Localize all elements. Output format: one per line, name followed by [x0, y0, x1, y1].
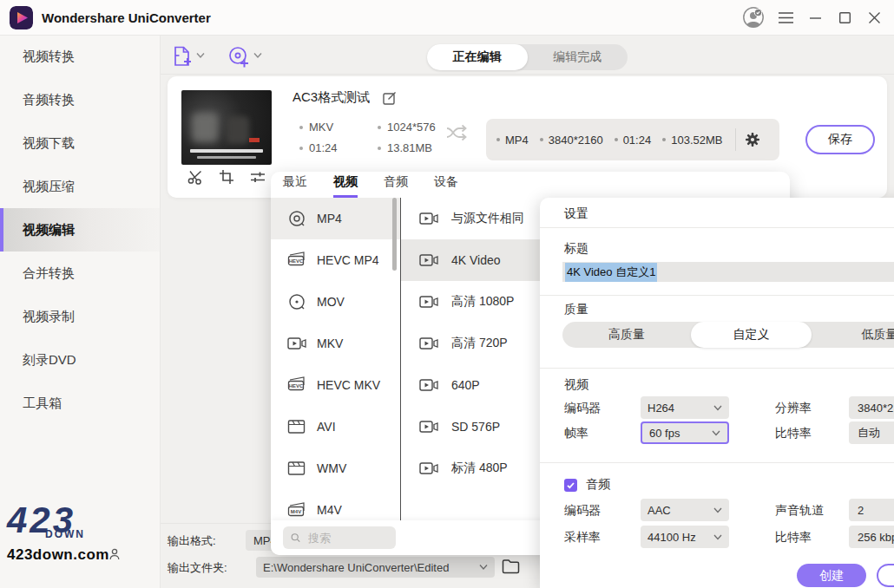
audio-enabled-checkbox[interactable] — [564, 479, 577, 492]
crop-icon[interactable] — [218, 168, 235, 186]
video-camera-icon — [418, 375, 439, 395]
output-folder-label: 输出文件夹: — [168, 560, 227, 576]
video-camera-icon — [418, 333, 439, 354]
video-camera-icon — [286, 333, 307, 354]
create-button[interactable]: 创建 — [797, 564, 866, 587]
save-button[interactable]: 保存 — [805, 125, 875, 154]
tab-video[interactable]: 视频 — [333, 174, 358, 198]
framerate-label: 帧率 — [564, 426, 588, 441]
format-item-m4v[interactable]: M4V M4V — [271, 489, 400, 520]
audio-channel-value: 2 — [858, 504, 864, 517]
browse-folder-button[interactable] — [502, 559, 520, 574]
audio-section-header: 音频 — [586, 477, 610, 493]
format-label: MOV — [317, 295, 345, 309]
tab-recent[interactable]: 最近 — [283, 174, 307, 198]
titlebar: Wondershare UniConverter — [0, 0, 894, 36]
video-bitrate-value: 自动 — [858, 425, 880, 441]
m4v-badge-icon: M4V — [286, 500, 307, 520]
output-format: MP4 — [505, 134, 529, 147]
tab-device[interactable]: 设备 — [434, 174, 458, 198]
maximize-button[interactable] — [830, 0, 859, 35]
divider — [540, 368, 894, 369]
minimize-icon — [810, 12, 821, 23]
add-dvd-icon — [227, 45, 250, 68]
adjust-effects-icon[interactable] — [249, 168, 266, 186]
resolution-field[interactable]: 3840*2160 — [849, 396, 894, 419]
output-settings-gear-icon[interactable] — [745, 132, 760, 147]
audio-bitrate-label: 比特率 — [775, 530, 812, 546]
account-avatar-button[interactable] — [736, 0, 771, 35]
app-window: Wondershare UniConverter — [0, 0, 894, 588]
quality-option-low[interactable]: 低质量 — [812, 322, 894, 348]
convert-shuffle-icon — [444, 122, 469, 143]
audio-channel-field[interactable]: 2 — [849, 499, 894, 521]
video-thumbnail[interactable] — [181, 90, 272, 165]
format-search-box[interactable] — [283, 526, 396, 549]
maximize-icon — [839, 12, 851, 23]
audio-bitrate-field[interactable]: 256 kbps — [849, 526, 894, 548]
format-item-hevc-mkv[interactable]: HEVC HEVC MKV — [271, 364, 400, 406]
folder-icon — [502, 559, 520, 574]
minimize-button[interactable] — [800, 0, 830, 35]
format-label: HEVC MKV — [317, 378, 380, 392]
format-item-mp4[interactable]: MP4 — [271, 198, 400, 239]
format-item-hevc-mp4[interactable]: HEVC HEVC MP4 — [271, 239, 400, 281]
video-bitrate-field[interactable]: 自动 — [849, 421, 894, 444]
add-file-button[interactable] — [172, 45, 205, 68]
audio-encoder-select[interactable]: AAC — [641, 499, 729, 521]
disc-format-icon — [286, 208, 307, 229]
preset-label: 4K Video — [451, 253, 501, 267]
chevron-down-icon — [196, 52, 205, 59]
tab-editing[interactable]: 正在编辑 — [427, 44, 528, 70]
svg-text:M4V: M4V — [291, 509, 301, 514]
sidebar-item-burn-dvd[interactable]: 刻录DVD — [0, 338, 160, 382]
sidebar-item-toolbox[interactable]: 工具箱 — [0, 382, 160, 425]
format-list: MP4 HEVC HEVC MP4 MOV MKV — [271, 198, 400, 520]
format-item-mov[interactable]: MOV — [271, 281, 400, 323]
title-input[interactable]: 4K Video 自定义1 — [562, 262, 894, 282]
sidebar-item-screen-record[interactable]: 视频录制 — [0, 295, 160, 338]
thumbnail-toolbar — [181, 168, 272, 186]
resolution-label: 分辨率 — [775, 401, 812, 416]
feedback-person-button[interactable] — [108, 547, 122, 562]
format-list-scrollbar[interactable] — [392, 198, 397, 271]
video-bitrate-label: 比特率 — [775, 426, 812, 441]
format-label: HEVC MP4 — [317, 253, 379, 267]
add-dvd-button[interactable] — [227, 45, 262, 68]
search-input[interactable] — [306, 531, 388, 546]
sidebar-item-video-download[interactable]: 视频下载 — [0, 121, 160, 165]
format-item-mkv[interactable]: MKV — [271, 323, 400, 364]
tab-edit-finished[interactable]: 编辑完成 — [528, 44, 628, 70]
preset-label: 640P — [451, 378, 480, 392]
rename-edit-icon[interactable] — [382, 90, 398, 106]
secondary-button-partial[interactable] — [877, 564, 894, 587]
samplerate-value: 44100 Hz — [647, 531, 696, 544]
quality-option-high[interactable]: 高质量 — [562, 322, 691, 348]
menu-button[interactable] — [771, 0, 800, 35]
sidebar-item-audio-convert[interactable]: 音频转换 — [0, 78, 160, 121]
video-encoder-select[interactable]: H264 — [641, 396, 729, 419]
quality-option-custom[interactable]: 自定义 — [691, 322, 812, 348]
svg-text:HEVC: HEVC — [289, 383, 304, 389]
video-camera-icon — [418, 250, 439, 271]
preset-label: 高清 1080P — [451, 294, 514, 310]
add-file-icon — [172, 45, 193, 68]
samplerate-select[interactable]: 44100 Hz — [641, 526, 729, 548]
format-item-avi[interactable]: AVI — [271, 406, 400, 448]
tab-audio[interactable]: 音频 — [384, 174, 408, 198]
format-label: MKV — [317, 336, 343, 350]
sidebar-item-video-convert[interactable]: 视频转换 — [0, 35, 160, 78]
hevc-badge-icon: HEVC — [286, 250, 307, 271]
output-folder-value: E:\Wondershare UniConverter\Edited — [263, 561, 449, 574]
divider — [735, 128, 736, 151]
audio-encoder-label: 编码器 — [564, 503, 601, 519]
close-button[interactable] — [859, 0, 889, 35]
format-item-wmv[interactable]: WMV — [271, 448, 400, 489]
sidebar-item-video-compress[interactable]: 视频压缩 — [0, 165, 160, 208]
trim-scissors-icon[interactable] — [187, 168, 204, 186]
sidebar-item-video-edit[interactable]: 视频编辑 — [0, 208, 160, 252]
framerate-select[interactable]: 60 fps — [641, 421, 729, 444]
sidebar-item-merge-convert[interactable]: 合并转换 — [0, 252, 160, 295]
video-camera-icon — [418, 208, 439, 229]
output-folder-select[interactable]: E:\Wondershare UniConverter\Edited — [256, 557, 495, 578]
